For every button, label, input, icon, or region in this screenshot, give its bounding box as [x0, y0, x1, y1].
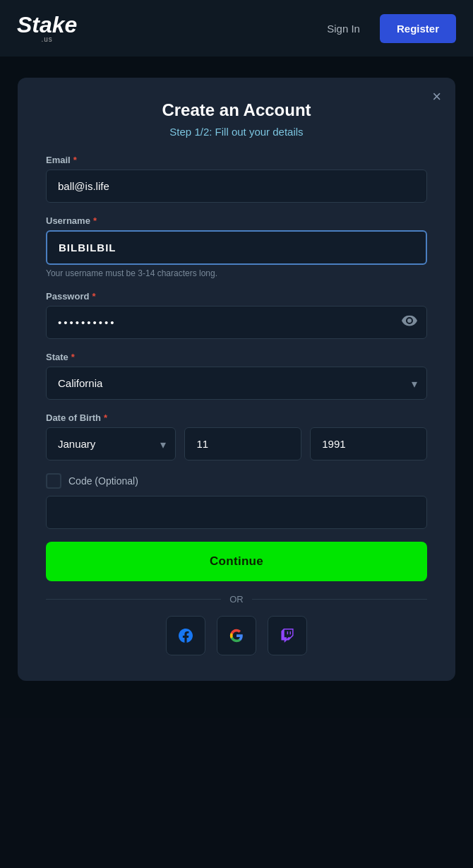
code-checkbox-row: Code (Optional): [46, 473, 427, 489]
social-login-row: [46, 616, 427, 655]
header: Stake.us Sign In Register: [0, 0, 473, 57]
dob-row: JanuaryFebruaryMarchAprilMayJuneJulyAugu…: [46, 427, 427, 460]
create-account-modal: × Create an Account Step 1/2: Fill out y…: [18, 78, 455, 681]
email-input[interactable]: [46, 170, 427, 203]
sign-in-button[interactable]: Sign In: [316, 17, 371, 40]
google-login-button[interactable]: [217, 616, 256, 655]
username-required-star: *: [93, 215, 97, 226]
password-input[interactable]: [46, 306, 427, 339]
state-label: State *: [46, 352, 427, 362]
password-label: Password *: [46, 291, 427, 302]
show-password-icon[interactable]: [402, 315, 417, 330]
modal-title: Create an Account: [46, 100, 427, 120]
dob-required-star: *: [104, 412, 107, 423]
email-label: Email *: [46, 155, 427, 165]
password-wrapper: [46, 306, 427, 339]
dob-day-input[interactable]: [184, 427, 301, 460]
twitch-login-button[interactable]: [268, 616, 307, 655]
code-label: Code (Optional): [68, 475, 138, 487]
modal-subtitle: Step 1/2: Fill out your details: [46, 126, 427, 138]
code-checkbox[interactable]: [46, 473, 61, 489]
dob-month-select[interactable]: JanuaryFebruaryMarchAprilMayJuneJulyAugu…: [46, 427, 176, 460]
continue-button[interactable]: Continue: [46, 542, 427, 581]
password-field-group: Password *: [46, 291, 427, 339]
or-line-left: [46, 599, 221, 600]
state-select-wrapper: AlabamaAlaskaArizonaArkansasCaliforniaCo…: [46, 367, 427, 400]
or-line-right: [252, 599, 427, 600]
header-actions: Sign In Register: [316, 14, 456, 43]
logo: Stake.us: [17, 13, 77, 43]
state-select[interactable]: AlabamaAlaskaArizonaArkansasCaliforniaCo…: [46, 367, 427, 400]
username-hint: Your username must be 3-14 characters lo…: [46, 268, 427, 278]
or-divider: OR: [46, 594, 427, 605]
close-button[interactable]: ×: [432, 89, 441, 105]
register-button[interactable]: Register: [380, 14, 456, 43]
email-field-group: Email *: [46, 155, 427, 203]
dob-year-input[interactable]: [310, 427, 427, 460]
code-input[interactable]: [46, 496, 427, 529]
dob-month-wrapper: JanuaryFebruaryMarchAprilMayJuneJulyAugu…: [46, 427, 176, 460]
state-required-star: *: [71, 352, 75, 362]
dob-label: Date of Birth *: [46, 412, 427, 423]
state-field-group: State * AlabamaAlaskaArizonaArkansasCali…: [46, 352, 427, 400]
or-text: OR: [229, 594, 244, 605]
dob-field-group: Date of Birth * JanuaryFebruaryMarchApri…: [46, 412, 427, 460]
username-label: Username *: [46, 215, 427, 226]
logo-sub: .us: [17, 36, 77, 43]
username-input[interactable]: [46, 230, 427, 265]
email-required-star: *: [73, 155, 77, 165]
password-required-star: *: [92, 291, 95, 302]
username-field-group: Username * Your username must be 3-14 ch…: [46, 215, 427, 278]
facebook-login-button[interactable]: [166, 616, 205, 655]
